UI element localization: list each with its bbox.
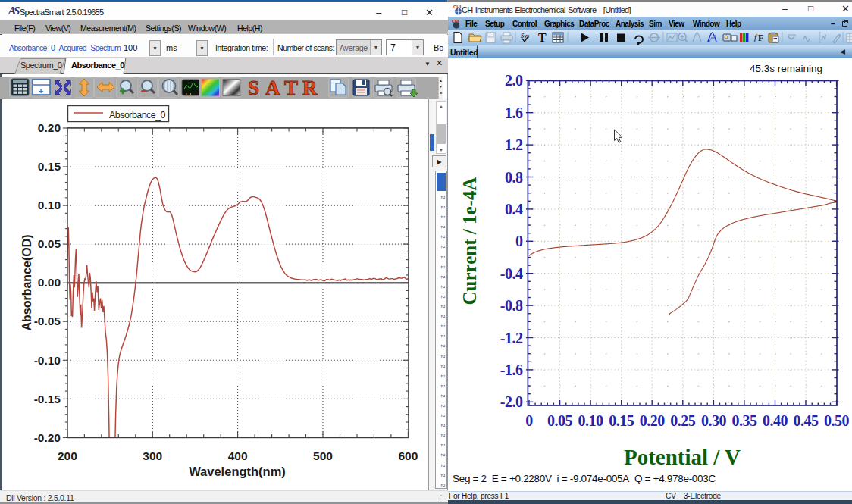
svg-text:0.40: 0.40 <box>763 412 788 429</box>
svg-text:0.15: 0.15 <box>609 412 634 429</box>
svg-text:Current / 1e-4A: Current / 1e-4A <box>459 177 480 305</box>
svg-text:0.50: 0.50 <box>824 412 850 429</box>
svg-text:0.8: 0.8 <box>505 169 523 186</box>
svg-text:0.00: 0.00 <box>38 276 61 289</box>
svg-text:0.05: 0.05 <box>38 237 61 250</box>
svg-text:0.35: 0.35 <box>731 412 757 429</box>
svg-text:0.4: 0.4 <box>505 201 523 218</box>
svg-text:S: S <box>248 77 259 99</box>
svg-text:300: 300 <box>143 449 162 462</box>
svg-text:2.0: 2.0 <box>505 72 523 89</box>
svg-text:1.2: 1.2 <box>505 136 523 153</box>
svg-text:0.10: 0.10 <box>38 199 61 211</box>
svg-text:-0.05: -0.05 <box>34 315 61 327</box>
svg-text:-1.2: -1.2 <box>500 330 523 346</box>
svg-text:400: 400 <box>228 449 248 462</box>
svg-text:0.20: 0.20 <box>38 121 61 134</box>
svg-text:-0.10: -0.10 <box>34 354 61 367</box>
svg-text:-2.0: -2.0 <box>500 393 523 410</box>
svg-text:500: 500 <box>313 449 333 462</box>
svg-text:+: + <box>39 86 43 95</box>
svg-text:Potential / V: Potential / V <box>624 445 741 469</box>
svg-text:0.45: 0.45 <box>794 412 819 429</box>
svg-text:0.30: 0.30 <box>701 412 727 429</box>
svg-text:F: F <box>758 33 763 43</box>
svg-text:600: 600 <box>398 449 418 462</box>
svg-text:R: R <box>302 77 318 99</box>
svg-text:-0.8: -0.8 <box>500 297 523 314</box>
svg-text:1.6: 1.6 <box>505 105 523 121</box>
svg-text:Absorbance_0: Absorbance_0 <box>109 110 166 121</box>
svg-text:T: T <box>284 77 298 99</box>
svg-text:Absorbance(OD): Absorbance(OD) <box>20 234 33 330</box>
svg-text:Sys: Sys <box>521 33 529 39</box>
svg-text:-0.20: -0.20 <box>34 431 61 444</box>
svg-text:0.15: 0.15 <box>38 160 61 173</box>
svg-text:-0.15: -0.15 <box>34 393 61 405</box>
svg-text:-0.4: -0.4 <box>500 265 523 282</box>
svg-text:0: 0 <box>525 412 533 429</box>
svg-text:Wavelength(nm): Wavelength(nm) <box>189 465 286 478</box>
svg-text:45.3s remaining: 45.3s remaining <box>750 63 822 74</box>
svg-text:0: 0 <box>515 233 523 249</box>
svg-text:0.10: 0.10 <box>578 412 604 429</box>
svg-text:0.25: 0.25 <box>670 412 696 429</box>
svg-text:0.05: 0.05 <box>547 412 573 429</box>
svg-text:A: A <box>265 77 280 99</box>
svg-text:0.20: 0.20 <box>640 412 666 429</box>
svg-text:-1.6: -1.6 <box>500 362 523 378</box>
svg-text:200: 200 <box>58 449 77 462</box>
svg-text:T: T <box>538 31 547 44</box>
